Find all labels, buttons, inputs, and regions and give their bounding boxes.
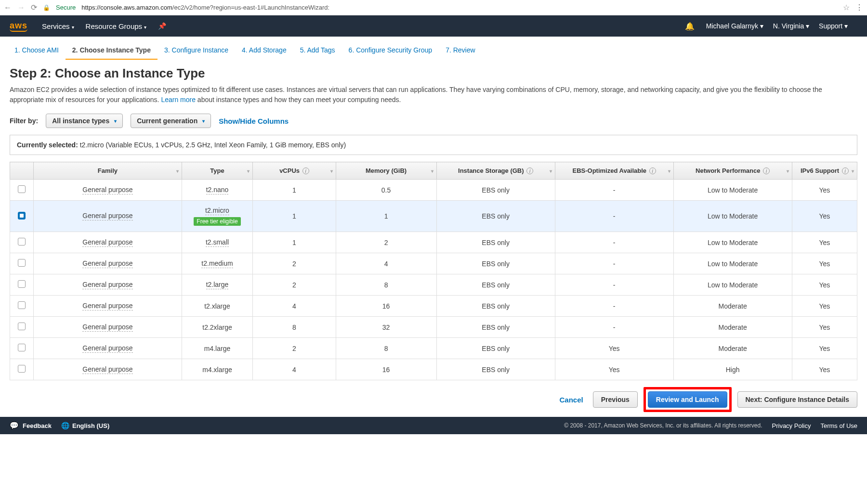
- url-bar[interactable]: https://console.aws.amazon.com/ec2/v2/ho…: [81, 4, 837, 11]
- notifications-icon[interactable]: 🔔: [685, 22, 695, 31]
- family-cell: General purpose: [82, 259, 132, 268]
- col-vcpus[interactable]: vCPUs i▾: [253, 162, 336, 180]
- reload-icon[interactable]: ⟳: [31, 3, 37, 12]
- table-row[interactable]: General purposet2.xlarge416EBS only-Mode…: [10, 296, 857, 317]
- vcpus-cell: 2: [253, 253, 336, 274]
- col-type[interactable]: Type▾: [182, 162, 253, 180]
- lock-icon: 🔒: [43, 4, 50, 11]
- table-row[interactable]: General purposem4.xlarge416EBS onlyYesHi…: [10, 359, 857, 380]
- show-hide-columns[interactable]: Show/Hide Columns: [219, 117, 289, 125]
- type-cell: t2.medium: [201, 259, 233, 268]
- back-icon[interactable]: ←: [4, 3, 12, 12]
- ipv6-cell: Yes: [792, 359, 857, 380]
- col-family[interactable]: Family▾: [34, 162, 182, 180]
- table-row[interactable]: General purposet2.2xlarge832EBS only-Mod…: [10, 317, 857, 338]
- privacy-link[interactable]: Privacy Policy: [772, 422, 811, 429]
- type-cell: t2.large: [206, 281, 229, 289]
- generation-filter[interactable]: Current generation▾: [131, 114, 211, 128]
- wizard-tab-0[interactable]: 1. Choose AMI: [8, 41, 66, 60]
- instance-type-filter[interactable]: All instance types▾: [46, 114, 123, 128]
- learn-more-link[interactable]: Learn more: [161, 96, 196, 103]
- ebs-cell: -: [555, 274, 673, 296]
- family-cell: General purpose: [82, 238, 132, 247]
- pin-icon[interactable]: 📌: [158, 22, 166, 30]
- wizard-tab-3[interactable]: 4. Add Storage: [235, 41, 293, 60]
- ipv6-cell: Yes: [792, 296, 857, 317]
- row-checkbox[interactable]: [18, 238, 26, 246]
- col-memory[interactable]: Memory (GiB)▾: [336, 162, 436, 180]
- row-checkbox[interactable]: [18, 344, 26, 351]
- memory-cell: 1: [336, 201, 436, 232]
- table-row[interactable]: General purposet2.nano10.5EBS only-Low t…: [10, 180, 857, 201]
- row-checkbox[interactable]: [18, 280, 26, 288]
- browser-chrome: ← → ⟳ 🔒 Secure https://console.aws.amazo…: [0, 0, 867, 15]
- storage-cell: EBS only: [436, 296, 555, 317]
- previous-button[interactable]: Previous: [593, 391, 638, 408]
- table-row[interactable]: General purposet2.medium24EBS only-Low t…: [10, 253, 857, 274]
- vcpus-cell: 1: [253, 201, 336, 232]
- row-checkbox[interactable]: [18, 323, 26, 330]
- table-row[interactable]: General purposem4.large28EBS onlyYesMode…: [10, 338, 857, 359]
- row-checkbox[interactable]: [18, 365, 26, 373]
- wizard-tab-1[interactable]: 2. Choose Instance Type: [66, 41, 158, 60]
- user-menu[interactable]: Michael Galarnyk ▾: [706, 22, 763, 30]
- terms-link[interactable]: Terms of Use: [820, 422, 857, 429]
- col-ebs[interactable]: EBS-Optimized Available i▾: [555, 162, 673, 180]
- main-content: Step 2: Choose an Instance Type Amazon E…: [0, 60, 867, 380]
- review-and-launch-button[interactable]: Review and Launch: [648, 391, 727, 408]
- row-checkbox[interactable]: [18, 301, 26, 309]
- browser-menu-icon[interactable]: ⋮: [855, 3, 863, 12]
- table-row[interactable]: General purposet2.large28EBS only-Low to…: [10, 274, 857, 296]
- wizard-tab-4[interactable]: 5. Add Tags: [293, 41, 342, 60]
- type-cell: m4.xlarge: [202, 366, 232, 374]
- table-row[interactable]: General purposet2.microFree tier eligibl…: [10, 201, 857, 232]
- col-ipv6[interactable]: IPv6 Support i▾: [792, 162, 857, 180]
- network-cell: High: [673, 359, 792, 380]
- row-checkbox[interactable]: [18, 185, 26, 193]
- storage-cell: EBS only: [436, 180, 555, 201]
- aws-logo[interactable]: aws: [10, 21, 27, 32]
- wizard-tab-6[interactable]: 7. Review: [439, 41, 482, 60]
- resource-groups-menu[interactable]: Resource Groups▾: [86, 22, 147, 30]
- storage-cell: EBS only: [436, 338, 555, 359]
- aws-top-nav: aws Services▾ Resource Groups▾ 📌 🔔 Micha…: [0, 15, 867, 37]
- memory-cell: 8: [336, 274, 436, 296]
- region-menu[interactable]: N. Virginia ▾: [773, 22, 809, 30]
- col-select: [10, 162, 34, 180]
- wizard-tab-5[interactable]: 6. Configure Security Group: [342, 41, 439, 60]
- support-menu[interactable]: Support ▾: [819, 22, 848, 30]
- cancel-button[interactable]: Cancel: [559, 396, 583, 404]
- memory-cell: 8: [336, 338, 436, 359]
- language-selector[interactable]: English (US): [72, 422, 109, 429]
- storage-cell: EBS only: [436, 232, 555, 253]
- storage-cell: EBS only: [436, 201, 555, 232]
- forward-icon[interactable]: →: [17, 3, 25, 12]
- family-cell: General purpose: [82, 281, 132, 289]
- vcpus-cell: 4: [253, 296, 336, 317]
- type-cell: t2.small: [206, 238, 229, 247]
- bookmark-icon[interactable]: ☆: [843, 3, 850, 12]
- family-cell: General purpose: [82, 212, 132, 220]
- type-cell: t2.micro: [205, 207, 229, 215]
- network-cell: Moderate: [673, 296, 792, 317]
- services-menu[interactable]: Services▾: [42, 22, 74, 30]
- col-storage[interactable]: Instance Storage (GB) i▾: [436, 162, 555, 180]
- feedback-link[interactable]: Feedback: [23, 422, 52, 429]
- wizard-tab-2[interactable]: 3. Configure Instance: [158, 41, 235, 60]
- row-checkbox[interactable]: [18, 212, 26, 220]
- table-row[interactable]: General purposet2.small12EBS only-Low to…: [10, 232, 857, 253]
- memory-cell: 4: [336, 253, 436, 274]
- type-cell: t2.2xlarge: [202, 323, 232, 331]
- vcpus-cell: 4: [253, 359, 336, 380]
- ebs-cell: Yes: [555, 359, 673, 380]
- family-cell: General purpose: [82, 302, 132, 310]
- ebs-cell: -: [555, 296, 673, 317]
- ipv6-cell: Yes: [792, 338, 857, 359]
- network-cell: Moderate: [673, 338, 792, 359]
- col-network[interactable]: Network Performance i▾: [673, 162, 792, 180]
- next-button[interactable]: Next: Configure Instance Details: [737, 391, 858, 408]
- aws-footer: 💬 Feedback 🌐 English (US) © 2008 - 2017,…: [0, 417, 867, 434]
- storage-cell: EBS only: [436, 359, 555, 380]
- row-checkbox[interactable]: [18, 259, 26, 267]
- wizard-tabs: 1. Choose AMI2. Choose Instance Type3. C…: [0, 37, 867, 60]
